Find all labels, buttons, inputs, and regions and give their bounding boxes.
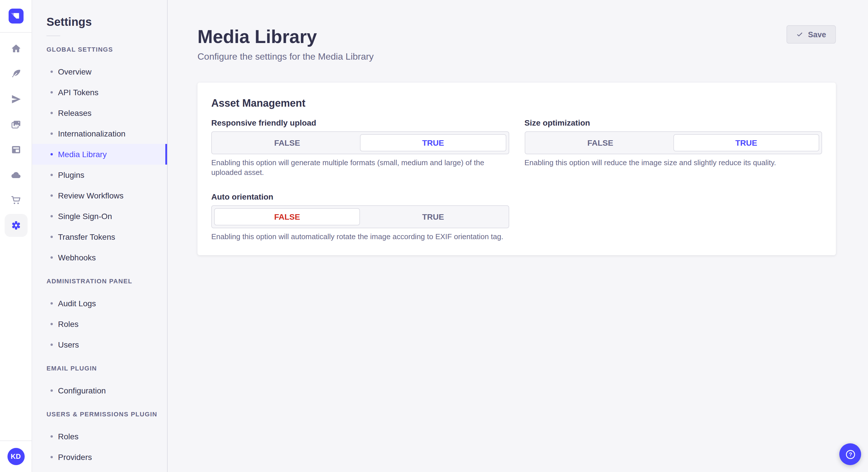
bullet-icon [51,435,53,438]
toggle-option-false[interactable]: FALSE [527,134,673,151]
sidebar-item-releases[interactable]: Releases [32,103,167,123]
page-subtitle: Configure the settings for the Media Lib… [197,50,374,63]
rail-item-content-manager[interactable] [3,137,28,162]
bullet-icon [51,71,53,73]
page-header: Media Library Configure the settings for… [167,0,868,63]
toggle-option-false[interactable]: FALSE [214,134,360,151]
user-avatar[interactable]: KD [7,448,24,465]
rail-item-home[interactable] [3,36,28,61]
sidebar-item-label: API Tokens [58,88,98,96]
settings-sidebar: Settings GLOBAL SETTINGSOverviewAPI Toke… [32,0,167,472]
sidebar-item-label: Users [58,341,79,349]
layout-icon [4,138,27,161]
save-label: Save [808,30,826,39]
bullet-icon [51,456,53,458]
sidebar-item-label: Roles [58,432,79,440]
sidebar-item-configuration[interactable]: Configuration [32,380,167,401]
sidebar-item-label: Media Library [58,150,107,158]
toggle-group: FALSETRUE [524,131,822,154]
sidebar-item-webhooks[interactable]: Webhooks [32,247,167,268]
bullet-icon [51,236,53,238]
toggle-option-true[interactable]: TRUE [360,134,506,151]
toggle-option-true[interactable]: TRUE [673,134,819,151]
sidebar-item-single-sign-on[interactable]: Single Sign-On [32,206,167,227]
bullet-icon [51,91,53,94]
bullet-icon [51,390,53,392]
picture-icon [4,113,27,136]
bullet-icon [51,323,53,325]
main-content: Media Library Configure the settings for… [167,0,868,472]
sidebar-item-internationalization[interactable]: Internationalization [32,123,167,144]
asset-management-card: Asset Management Responsive friendly upl… [197,82,836,255]
check-icon [797,31,803,38]
rail-nav [0,33,32,238]
sidebar-item-label: Review Workflows [58,192,123,200]
sidebar-sections: GLOBAL SETTINGSOverviewAPI TokensRelease… [32,46,167,467]
field-label: Responsive friendly upload [211,118,509,128]
page-title: Media Library [197,25,374,48]
app-root: KD Settings GLOBAL SETTINGSOverviewAPI T… [0,0,868,472]
sidebar-item-label: Releases [58,109,92,117]
sidebar-item-overview[interactable]: Overview [32,61,167,82]
gear-icon [4,214,27,237]
sidebar-item-transfer-tokens[interactable]: Transfer Tokens [32,227,167,247]
help-button[interactable]: ? [839,443,861,465]
sidebar-item-label: Overview [58,68,92,76]
save-button[interactable]: Save [787,25,836,43]
toggle-group: FALSETRUE [211,205,509,228]
cart-icon [4,189,27,212]
sidebar-item-roles[interactable]: Roles [32,314,167,334]
field-label: Auto orientation [211,192,509,202]
rail-item-marketplace[interactable] [3,188,28,213]
field-helper-text: Enabling this option will generate multi… [211,158,509,177]
card-title: Asset Management [211,96,822,110]
strapi-logo[interactable] [8,9,23,24]
sidebar-item-api-tokens[interactable]: API Tokens [32,82,167,103]
sidebar-item-roles[interactable]: Roles [32,426,167,447]
bullet-icon [51,256,53,259]
field-helper-text: Enabling this option will automatically … [211,232,509,241]
toggle-option-false[interactable]: FALSE [214,208,360,225]
sidebar-item-review-workflows[interactable]: Review Workflows [32,185,167,206]
sidebar-item-label: Webhooks [58,254,96,262]
logo-cell [0,0,32,33]
field-responsive-friendly-upload: Responsive friendly uploadFALSETRUEEnabl… [211,118,509,177]
rail-item-content-type-builder[interactable] [3,61,28,87]
rail-item-settings[interactable] [3,213,28,238]
divider [46,36,60,36]
bullet-icon [51,343,53,346]
toggle-group: FALSETRUE [211,131,509,154]
section-header: GLOBAL SETTINGS [32,46,167,53]
sidebar-item-providers[interactable]: Providers [32,447,167,467]
avatar-initials: KD [11,452,21,461]
sidebar-item-plugins[interactable]: Plugins [32,165,167,185]
sidebar-title: Settings [32,15,167,29]
sidebar-item-label: Providers [58,453,92,461]
bullet-icon [51,112,53,114]
rail-item-media-library[interactable] [3,112,28,137]
sidebar-item-audit-logs[interactable]: Audit Logs [32,293,167,314]
field-label: Size optimization [524,118,822,128]
sidebar-item-label: Audit Logs [58,299,96,307]
field-auto-orientation: Auto orientationFALSETRUEEnabling this o… [211,192,509,241]
rail-item-releases[interactable] [3,87,28,112]
section-header: USERS & PERMISSIONS PLUGIN [32,411,167,418]
toggle-option-true[interactable]: TRUE [360,208,506,225]
bullet-icon [51,194,53,197]
cloud-icon [4,164,27,187]
sidebar-section: USERS & PERMISSIONS PLUGINRolesProviders [32,411,167,467]
question-mark-icon: ? [844,448,856,460]
sidebar-item-label: Configuration [58,386,106,395]
home-icon [4,37,27,60]
field-size-optimization: Size optimizationFALSETRUEEnabling this … [524,118,822,177]
sidebar-item-label: Roles [58,320,79,328]
rail-footer: KD [0,440,32,472]
rail-item-cloud[interactable] [3,162,28,188]
sidebar-item-media-library[interactable]: Media Library [32,144,167,165]
sidebar-item-label: Transfer Tokens [58,233,115,241]
bullet-icon [51,174,53,176]
bullet-icon [51,302,53,305]
sidebar-item-label: Plugins [58,171,84,179]
sidebar-item-label: Single Sign-On [58,212,112,220]
sidebar-item-users[interactable]: Users [32,334,167,355]
